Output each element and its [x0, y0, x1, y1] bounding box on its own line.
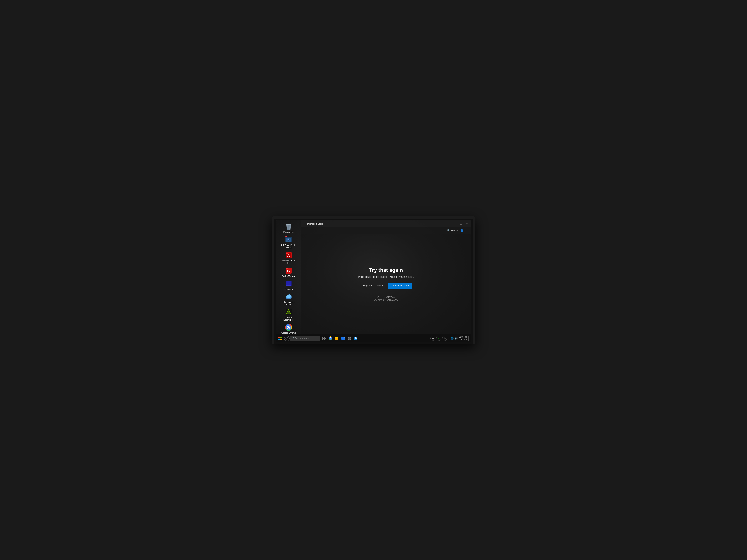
- refresh-button[interactable]: Refresh the page: [388, 283, 412, 289]
- recycle-bin-label: Recycle Bin: [283, 231, 294, 233]
- search-label: Search: [451, 229, 458, 232]
- geforce-label: Geforce Experience: [281, 316, 297, 321]
- search-icon: 🔍: [447, 229, 450, 232]
- desktop-icons: Recycle Bin 3D Vision Photo Viewer: [276, 220, 301, 335]
- error-code: Code: 0x80131500: [358, 296, 414, 298]
- chrome-icon: [285, 324, 292, 331]
- svg-rect-19: [286, 282, 291, 285]
- laptop-outer: Recycle Bin 3D Vision Photo Viewer: [272, 216, 475, 344]
- xbox-icon[interactable]: ⊕: [436, 336, 441, 341]
- maximize-button[interactable]: □: [458, 221, 464, 226]
- taskview-button[interactable]: [321, 336, 327, 341]
- desktop-icon-creative[interactable]: Cc Adobe Creati...: [279, 266, 298, 278]
- svg-rect-14: [286, 252, 287, 254]
- screen-bezel: Recycle Bin 3D Vision Photo Viewer: [274, 218, 473, 344]
- taskbar-search-label: Type here to search: [295, 337, 311, 339]
- taskbar-apps: [321, 336, 359, 341]
- svg-rect-40: [323, 339, 324, 340]
- app-title: Microsoft Store: [307, 222, 323, 225]
- mic-icon: 🎤: [292, 337, 294, 339]
- desktop-icon-cloudpaging[interactable]: Cloudpaging Player: [279, 292, 298, 307]
- show-desktop-button[interactable]: [468, 336, 470, 341]
- volume-icon[interactable]: 🔊: [455, 337, 458, 340]
- svg-rect-49: [348, 339, 349, 340]
- screen: Recycle Bin 3D Vision Photo Viewer: [276, 220, 471, 342]
- system-clock[interactable]: 12:58 PM 3/9/2019: [459, 336, 467, 341]
- desktop-icon-geforce[interactable]: Geforce Experience: [279, 307, 298, 322]
- taskbar-chrome[interactable]: [328, 336, 334, 341]
- chrome-label: Google Chrome: [281, 332, 296, 334]
- error-container: Try that again Page could not be loaded.…: [354, 264, 418, 305]
- geforce-icon: [285, 308, 292, 316]
- back-circle-icon[interactable]: ◀: [430, 336, 435, 341]
- svg-rect-50: [350, 339, 351, 340]
- more-options-icon[interactable]: ···: [466, 229, 469, 233]
- account-icon[interactable]: 👤: [460, 229, 464, 233]
- cortana-button[interactable]: [284, 336, 289, 341]
- back-button[interactable]: ‹: [303, 222, 306, 225]
- svg-point-25: [286, 295, 291, 298]
- close-button[interactable]: ✕: [464, 221, 469, 226]
- taskbar-search[interactable]: 🎤 Type here to search: [290, 336, 320, 341]
- system-tray: ◀ ⊕ ⚙ ∧ 🌐 🔊 12:58 PM 3/9/2019: [430, 336, 470, 341]
- report-button[interactable]: Report this problem: [360, 283, 386, 289]
- joshmon-label: JoshMon: [284, 288, 293, 290]
- svg-rect-21: [288, 286, 289, 287]
- svg-rect-34: [280, 337, 282, 338]
- svg-rect-39: [325, 337, 326, 338]
- taskbar: 🎤 Type here to search: [276, 335, 471, 342]
- svg-rect-36: [280, 339, 282, 340]
- toolbar: 🔍 Search 👤 ···: [301, 227, 471, 234]
- svg-rect-47: [348, 337, 349, 338]
- svg-rect-41: [325, 339, 326, 340]
- svg-point-37: [286, 337, 288, 340]
- desktop-icon-recycle[interactable]: Recycle Bin: [279, 222, 298, 235]
- svg-rect-33: [279, 337, 280, 338]
- main-content: Try that again Page could not be loaded.…: [301, 234, 471, 335]
- 3dvision-label: 3D Vision Photo Viewer: [281, 244, 297, 249]
- title-bar-left: ‹ Microsoft Store: [303, 222, 323, 225]
- desktop-icon-3dvision[interactable]: 3D Vision Photo Viewer: [279, 235, 298, 250]
- svg-rect-1: [287, 223, 290, 224]
- svg-rect-38: [323, 337, 324, 338]
- minimize-button[interactable]: −: [453, 221, 458, 226]
- clock-time: 12:58 PM: [459, 336, 467, 338]
- title-bar: ‹ Microsoft Store − □ ✕: [301, 220, 471, 227]
- joshmon-icon: [285, 280, 292, 287]
- svg-line-4: [289, 225, 290, 230]
- start-button[interactable]: [277, 336, 283, 341]
- acrobat-icon: A: [285, 251, 292, 259]
- svg-line-2: [287, 225, 288, 230]
- tray-expand[interactable]: ∧: [448, 337, 449, 339]
- svg-point-44: [330, 338, 331, 339]
- creative-label: Adobe Creati...: [282, 275, 295, 277]
- taskbar-mail[interactable]: [340, 336, 346, 341]
- svg-rect-48: [350, 337, 351, 338]
- desktop-icon-acrobat[interactable]: A Adobe Acrobat DC: [279, 250, 298, 265]
- svg-rect-16: [286, 268, 287, 269]
- recycle-bin-icon: [285, 223, 292, 230]
- title-bar-right: − □ ✕: [453, 221, 469, 226]
- cloudpaging-icon: [285, 293, 292, 300]
- settings-icon[interactable]: ⚙: [442, 336, 447, 341]
- desktop-icon-chrome[interactable]: Google Chrome: [279, 323, 298, 335]
- svg-rect-9: [285, 237, 287, 237]
- svg-text:A: A: [287, 254, 290, 258]
- creative-icon: Cc: [285, 267, 292, 274]
- svg-point-32: [288, 326, 289, 328]
- desktop-icon-joshmon[interactable]: JoshMon: [279, 279, 298, 291]
- search-box[interactable]: 🔍 Search: [447, 229, 458, 232]
- svg-point-8: [288, 239, 289, 240]
- error-buttons: Report this problem Refresh the page: [358, 283, 414, 289]
- taskbar-explorer[interactable]: [334, 336, 340, 341]
- cloudpaging-label: Cloudpaging Player: [281, 301, 297, 306]
- network-icon[interactable]: 🌐: [450, 337, 454, 340]
- error-cv: CV: 7FBhkYhpQUul40CO: [358, 299, 414, 301]
- clock-date: 3/9/2019: [459, 338, 467, 341]
- svg-rect-35: [279, 339, 280, 340]
- acrobat-label: Adobe Acrobat DC: [281, 260, 297, 264]
- taskbar-store[interactable]: [353, 336, 359, 341]
- taskbar-app1[interactable]: [346, 336, 352, 341]
- svg-text:Cc: Cc: [287, 269, 290, 273]
- svg-rect-20: [286, 285, 291, 286]
